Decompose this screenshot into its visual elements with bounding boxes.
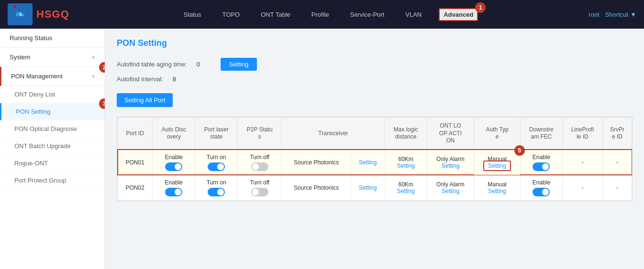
nav-vlan[interactable]: VLAN bbox=[401, 9, 425, 20]
nav-service-port[interactable]: Service-Port bbox=[346, 9, 389, 20]
ont-loop-setting-link[interactable]: Setting bbox=[442, 188, 459, 194]
cell-downstream-fec: Enable bbox=[520, 150, 562, 175]
sidebar-item-pon-optical-diagnose[interactable]: PON Optical Diagnose bbox=[0, 120, 105, 138]
auth-setting-btn[interactable]: Setting bbox=[483, 161, 511, 171]
col-max-logic: Max logic distance bbox=[385, 118, 427, 150]
main-nav: Status TOPO ONT Table Profile Service-Po… bbox=[89, 8, 570, 21]
col-line-profile: LineProfi le ID bbox=[563, 118, 603, 150]
header-right: root Shortcut ▼ bbox=[588, 11, 636, 18]
sidebar-item-ont-batch-upgrade[interactable]: ONT Batch Upgrade bbox=[0, 138, 105, 155]
cell-ont-loop: Only AlarmSetting bbox=[427, 175, 474, 200]
nav-advanced[interactable]: Advanced 1 bbox=[439, 8, 478, 21]
col-srv-profile: SrvPr e ID bbox=[602, 118, 632, 150]
cell-transceiver-setting[interactable]: Setting bbox=[351, 175, 385, 200]
table-header-row: Port ID Auto Disc overy Port laser state… bbox=[118, 118, 632, 150]
chevron-down-icon: ▼ bbox=[630, 11, 636, 18]
nav-topo[interactable]: TOPO bbox=[219, 9, 244, 20]
col-port-laser: Port laser state bbox=[195, 118, 238, 150]
header-user: root bbox=[588, 11, 599, 18]
sidebar-item-pon-management[interactable]: PON Management ∧ 2 bbox=[0, 67, 105, 86]
sidebar-item-port-protect-group[interactable]: Port Protect Group bbox=[0, 172, 105, 189]
sidebar: Running Status System ∨ PON Management ∧… bbox=[0, 29, 105, 269]
col-port-id: Port ID bbox=[118, 118, 153, 150]
logo-dot bbox=[13, 5, 16, 8]
setting-all-port-button[interactable]: Setting All Port bbox=[117, 93, 173, 107]
cell-transceiver-setting[interactable]: Setting bbox=[351, 150, 385, 175]
ont-loop-setting-link[interactable]: Setting bbox=[442, 162, 459, 169]
cell-port-id: PON02 bbox=[118, 175, 153, 200]
cell-auth-type: ManualSetting bbox=[474, 175, 521, 200]
autofind-interval-row: Autofind interval: 8 bbox=[117, 75, 633, 83]
max-logic-setting-link[interactable]: Setting bbox=[397, 162, 414, 169]
page-title: PON Setting bbox=[117, 38, 633, 48]
autofind-interval-label: Autofind interval: bbox=[117, 75, 163, 83]
cell-srv-profile: - bbox=[602, 175, 632, 200]
cell-auth-type: Manual Setting 5 bbox=[474, 150, 521, 175]
cell-downstream-fec: Enable bbox=[520, 175, 562, 200]
col-p2p-status: P2P Statu s bbox=[238, 118, 282, 150]
cell-port-laser: Turn on bbox=[195, 150, 238, 175]
cell-line-profile: - bbox=[563, 150, 603, 175]
sidebar-item-rogue-ont[interactable]: Rogue-ONT bbox=[0, 155, 105, 172]
cell-ont-loop: Only AlarmSetting bbox=[427, 150, 474, 175]
header: ❧ HSGQ Status TOPO ONT Table Profile Ser… bbox=[0, 0, 644, 29]
p2p-toggle[interactable] bbox=[251, 162, 268, 171]
autofind-aging-label: Autofind table aging time: bbox=[117, 61, 187, 68]
cell-p2p: Turn off bbox=[238, 175, 282, 200]
downstream-toggle[interactable] bbox=[533, 162, 550, 171]
col-ont-loop: ONT LO OP ACTI ON bbox=[427, 118, 474, 150]
sidebar-item-ont-deny-list[interactable]: ONT Deny List bbox=[0, 86, 105, 103]
logo-text: HSGQ bbox=[36, 8, 69, 21]
col-downstream-fec: Downstre am FEC bbox=[520, 118, 562, 150]
sidebar-item-system[interactable]: System ∨ bbox=[0, 48, 105, 67]
chevron-down-icon: ∨ bbox=[91, 54, 95, 60]
nav-ont-table[interactable]: ONT Table bbox=[257, 9, 294, 20]
table-row: PON02 Enable Turn on bbox=[118, 175, 632, 200]
cell-transceiver-name: Source Photonics bbox=[282, 150, 351, 175]
setting-button[interactable]: Setting bbox=[221, 58, 257, 71]
cell-auto-disc: Enable bbox=[153, 175, 195, 200]
annotation-3: 3 bbox=[99, 98, 105, 109]
col-auth-type: Auth Typ e bbox=[474, 118, 521, 150]
table-row: PON01 Enable Turn on bbox=[118, 150, 632, 175]
shortcut-menu[interactable]: Shortcut ▼ bbox=[605, 11, 636, 18]
downstream-toggle[interactable] bbox=[533, 188, 550, 196]
layout: Running Status System ∨ PON Management ∧… bbox=[0, 29, 644, 269]
logo-box: ❧ bbox=[8, 3, 33, 25]
sidebar-item-pon-setting[interactable]: PON Setting 3 bbox=[0, 103, 105, 120]
autofind-interval-value: 8 bbox=[173, 75, 187, 83]
sidebar-item-running-status[interactable]: Running Status bbox=[0, 29, 105, 48]
cell-max-logic: 60KmSetting bbox=[385, 150, 427, 175]
col-transceiver: Transceiver bbox=[282, 118, 385, 150]
logo-icon: ❧ bbox=[15, 9, 25, 20]
nav-profile[interactable]: Profile bbox=[308, 9, 333, 20]
cell-line-profile: - bbox=[563, 175, 603, 200]
logo-area: ❧ HSGQ bbox=[8, 3, 69, 25]
autofind-aging-row: Autofind table aging time: 0 Setting bbox=[117, 58, 633, 71]
nav-status[interactable]: Status bbox=[180, 9, 205, 20]
cell-max-logic: 60KmSetting bbox=[385, 175, 427, 200]
annotation-1: 1 bbox=[475, 2, 486, 13]
p2p-toggle[interactable] bbox=[251, 188, 268, 196]
auto-disc-toggle[interactable] bbox=[165, 162, 182, 171]
max-logic-setting-link[interactable]: Setting bbox=[397, 188, 414, 194]
autofind-aging-value: 0 bbox=[197, 61, 211, 68]
port-laser-toggle[interactable] bbox=[208, 188, 225, 196]
cell-p2p: Turn off bbox=[238, 150, 282, 175]
auto-disc-toggle[interactable] bbox=[165, 188, 182, 196]
cell-port-laser: Turn on bbox=[195, 175, 238, 200]
cell-auto-disc: Enable bbox=[153, 150, 195, 175]
annotation-2: 2 bbox=[99, 62, 105, 73]
auth-setting-link[interactable]: Setting bbox=[488, 188, 506, 194]
cell-port-id: PON01 bbox=[118, 150, 153, 175]
chevron-up-icon: ∧ bbox=[91, 73, 95, 79]
cell-srv-profile: - bbox=[602, 150, 632, 175]
col-auto-discovery: Auto Disc overy bbox=[153, 118, 195, 150]
annotation-5: 5 bbox=[514, 145, 525, 156]
pon-settings-table: Port ID Auto Disc overy Port laser state… bbox=[117, 117, 633, 201]
cell-transceiver-name: Source Photonics bbox=[282, 175, 351, 200]
port-laser-toggle[interactable] bbox=[208, 162, 225, 171]
main-content: PON Setting Autofind table aging time: 0… bbox=[105, 29, 644, 269]
